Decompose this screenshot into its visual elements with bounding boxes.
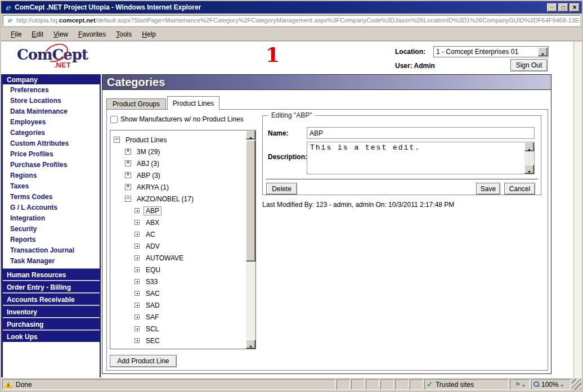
sidebar-nav: Company Preferences Store Locations Data… [1, 74, 101, 380]
tree-expand-icon[interactable] [125, 160, 131, 166]
tab-content: Show Manufacturers w/ no Product Lines P… [106, 109, 548, 371]
scroll-down-icon[interactable] [524, 165, 534, 174]
menu-view[interactable]: View [48, 29, 73, 40]
tree-item-root[interactable]: Product Lines [110, 134, 247, 146]
tree-expand-icon[interactable] [125, 148, 131, 155]
sidebar-item-categories[interactable]: Categories [3, 128, 100, 138]
sidebar-item-custom-attributes[interactable]: Custom Attributes [3, 138, 100, 149]
scrollbar-thumb[interactable] [246, 140, 255, 262]
sidebar-item-transaction-journal[interactable]: Transaction Journal [3, 245, 100, 256]
close-button[interactable] [569, 3, 580, 12]
description-field[interactable]: This is a test edit. [307, 142, 524, 174]
menu-tools[interactable]: Tools [111, 29, 137, 40]
sidebar-item-data-maintenance[interactable]: Data Maintenance [3, 106, 100, 117]
protected-mode-panel[interactable] [510, 379, 530, 390]
location-label: Location: [395, 48, 425, 56]
minimize-button[interactable] [547, 3, 557, 12]
chevron-down-icon[interactable] [538, 47, 548, 56]
chevron-down-icon[interactable] [522, 381, 525, 389]
chevron-down-icon[interactable] [560, 381, 564, 389]
status-segment [351, 379, 365, 390]
scroll-down-icon[interactable] [246, 340, 255, 349]
tree-item[interactable]: SEC [110, 335, 247, 346]
description-scrollbar[interactable] [524, 142, 534, 174]
editing-fieldset: Editing "ABP" Name: Description: This is… [262, 115, 541, 195]
tree-item[interactable]: SAC [110, 287, 247, 299]
delete-button[interactable]: Delete [266, 183, 297, 195]
logo-net-text: .NET [54, 61, 71, 69]
tab-product-lines[interactable]: Product Lines [167, 96, 219, 110]
sidebar-item-price-profiles[interactable]: Price Profiles [3, 149, 100, 160]
tree-item[interactable]: S33 [110, 276, 247, 287]
show-manufacturers-checkbox[interactable] [110, 116, 118, 123]
protected-mode-icon [515, 381, 521, 389]
sidebar-item-store-locations[interactable]: Store Locations [3, 96, 100, 106]
sidebar-section-accounts-receivable[interactable]: Accounts Receivable [3, 293, 100, 305]
scroll-up-icon[interactable] [246, 130, 255, 139]
maximize-button[interactable] [558, 3, 568, 12]
location-select[interactable]: 1 - Comcept Enterprises 01 [433, 46, 549, 57]
tree-item[interactable]: SCL [110, 323, 247, 335]
sidebar-section-company[interactable]: Company [3, 74, 100, 85]
description-field-wrap: This is a test edit. [307, 142, 535, 174]
url-input[interactable]: e http://utopia.hq.comcept.net/default.a… [3, 15, 580, 26]
tree-item[interactable]: ABJ (3) [110, 157, 247, 169]
tree-item[interactable]: SAF [110, 311, 247, 323]
sidebar-item-regions[interactable]: Regions [3, 170, 100, 181]
sign-out-button[interactable]: Sign Out [510, 59, 548, 71]
tree-item[interactable]: ABX [110, 217, 247, 228]
menu-favorites[interactable]: Favorites [73, 29, 111, 40]
sidebar-item-employees[interactable]: Employees [3, 117, 100, 128]
add-product-line-button[interactable]: Add Product Line [110, 355, 177, 367]
tree-item[interactable]: ADV [110, 240, 247, 252]
sidebar-item-purchase-profiles[interactable]: Purchase Profiles [3, 160, 100, 170]
menu-file[interactable]: File [6, 29, 26, 40]
sidebar-section-purchasing[interactable]: Purchasing [3, 318, 100, 330]
sidebar-item-gl-accounts[interactable]: G / L Accounts [3, 202, 100, 213]
tree-expand-icon[interactable] [125, 184, 131, 190]
resize-grip[interactable] [572, 379, 581, 390]
main-panel: Categories Product Groups Product Lines … [102, 74, 551, 374]
page-scrollbar[interactable] [573, 42, 582, 380]
tab-product-groups[interactable]: Product Groups [106, 98, 166, 109]
tree-leaf-icon [134, 326, 140, 331]
tree-item[interactable]: AC [110, 228, 247, 240]
tree-collapse-icon[interactable] [125, 196, 131, 202]
sidebar-section-inventory[interactable]: Inventory [3, 305, 100, 317]
tree-scrollbar[interactable] [246, 130, 255, 349]
menu-help[interactable]: Help [137, 29, 161, 40]
tree-leaf-icon [134, 208, 140, 213]
sidebar-item-task-manager[interactable]: Task Manager [3, 256, 100, 267]
sidebar-section-look-ups[interactable]: Look Ups [3, 330, 100, 342]
sidebar-item-integration[interactable]: Integration [3, 213, 100, 224]
tree-item[interactable]: SAD [110, 299, 247, 311]
sidebar-section-human-resources[interactable]: Human Resources [3, 268, 100, 280]
tree-collapse-icon[interactable] [114, 137, 120, 143]
sidebar-section-order-entry-billing[interactable]: Order Entry - Billing [3, 281, 100, 292]
tree-item[interactable]: 3M (29) [110, 146, 247, 157]
cancel-button[interactable]: Cancel [504, 183, 535, 195]
tree-item[interactable]: ABP (3) [110, 169, 247, 181]
sidebar-item-preferences[interactable]: Preferences [3, 85, 100, 96]
editor-divider [266, 179, 538, 179]
zoom-panel[interactable]: 100% [531, 379, 571, 390]
save-button[interactable]: Save [476, 183, 500, 195]
tree-item[interactable]: AKRYA (1) [110, 181, 247, 193]
last-modified-text: Last Modified By: 123 - admin, admin On:… [262, 201, 454, 209]
sidebar-item-reports[interactable]: Reports [3, 235, 100, 245]
tree-item-selected[interactable]: ABP [110, 205, 247, 217]
sidebar-item-terms-codes[interactable]: Terms Codes [3, 192, 100, 202]
tree-leaf-icon [134, 220, 140, 225]
tree-item[interactable]: AUTOWAVE [110, 252, 247, 264]
tree-expand-icon[interactable] [125, 172, 131, 178]
status-segment [366, 379, 379, 390]
tree-item[interactable]: EQU [110, 264, 247, 276]
scroll-up-icon[interactable] [524, 142, 534, 151]
location-value: 1 - Comcept Enterprises 01 [434, 48, 538, 56]
tree-item[interactable]: AKZO/NOBEL (17) [110, 193, 247, 205]
sidebar-item-taxes[interactable]: Taxes [3, 181, 100, 192]
menu-edit[interactable]: Edit [26, 29, 48, 40]
sidebar-item-security[interactable]: Security [3, 224, 100, 235]
tree-leaf-icon [134, 267, 140, 272]
name-field[interactable] [307, 127, 535, 139]
